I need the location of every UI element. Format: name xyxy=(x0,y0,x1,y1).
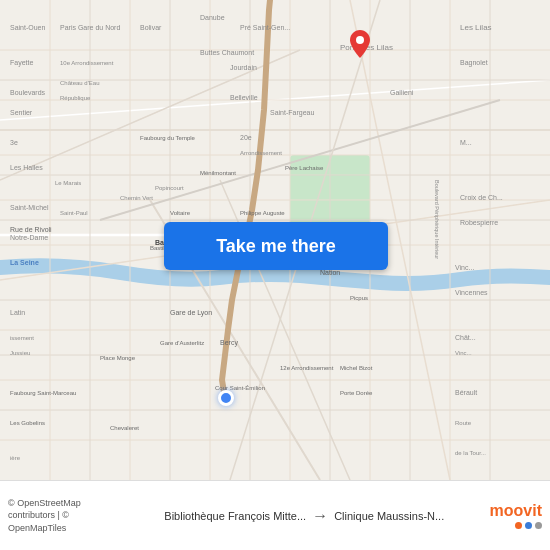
svg-text:Place Monge: Place Monge xyxy=(100,355,136,361)
svg-text:Picpus: Picpus xyxy=(350,295,368,301)
svg-text:Pré Saint-Gen...: Pré Saint-Gen... xyxy=(240,24,290,31)
svg-point-106 xyxy=(356,36,364,44)
svg-text:Danube: Danube xyxy=(200,14,225,21)
svg-text:Chât...: Chât... xyxy=(455,334,476,341)
svg-text:ière: ière xyxy=(10,455,21,461)
svg-text:Route: Route xyxy=(455,420,472,426)
svg-text:Le Marais: Le Marais xyxy=(55,180,81,186)
moovit-dots xyxy=(515,522,542,529)
svg-text:12e Arrondissement: 12e Arrondissement xyxy=(280,365,334,371)
svg-text:Vinc...: Vinc... xyxy=(455,264,474,271)
svg-text:Arrondissement: Arrondissement xyxy=(240,150,282,156)
destination-pin xyxy=(350,30,370,56)
svg-text:Les Lilas: Les Lilas xyxy=(460,23,492,32)
svg-text:Saint-Michel: Saint-Michel xyxy=(10,204,49,211)
svg-text:Paris Gare du Nord: Paris Gare du Nord xyxy=(60,24,120,31)
dot-orange xyxy=(515,522,522,529)
svg-text:Vinc...: Vinc... xyxy=(455,350,472,356)
svg-text:Jussieu: Jussieu xyxy=(10,350,30,356)
svg-text:Philippe Auguste: Philippe Auguste xyxy=(240,210,285,216)
svg-text:Père Lachaise: Père Lachaise xyxy=(285,165,324,171)
svg-text:Saint-Fargeau: Saint-Fargeau xyxy=(270,109,314,117)
svg-text:issement: issement xyxy=(10,335,34,341)
svg-text:Chemin Vert: Chemin Vert xyxy=(120,195,153,201)
svg-text:Vincennes: Vincennes xyxy=(455,289,488,296)
svg-text:de la Tour...: de la Tour... xyxy=(455,450,486,456)
svg-text:Belleville: Belleville xyxy=(230,94,258,101)
svg-text:Les Halles: Les Halles xyxy=(10,164,43,171)
svg-text:Latin: Latin xyxy=(10,309,25,316)
svg-text:Voltaire: Voltaire xyxy=(170,210,191,216)
dot-blue xyxy=(525,522,532,529)
map-attribution: © OpenStreetMap contributors | © OpenMap… xyxy=(8,497,127,535)
svg-text:Popincourt: Popincourt xyxy=(155,185,184,191)
svg-text:République: République xyxy=(60,95,91,101)
svg-text:Notre-Dame: Notre-Dame xyxy=(10,234,48,241)
svg-text:La Seine: La Seine xyxy=(10,259,39,266)
svg-text:Rue de Rivoli: Rue de Rivoli xyxy=(10,226,52,233)
svg-text:M...: M... xyxy=(460,139,472,146)
svg-text:Jourdain: Jourdain xyxy=(230,64,257,71)
svg-text:Ménilmontant: Ménilmontant xyxy=(200,170,236,176)
svg-text:Chevaleret: Chevaleret xyxy=(110,425,139,431)
map-container: Rue de Rivoli Faubourg du Temple Ménilmo… xyxy=(0,0,550,480)
origin-dot xyxy=(218,390,234,406)
route-info: Bibliothèque François Mitte... → Cliniqu… xyxy=(127,507,483,525)
svg-text:Faubourg Saint-Marceau: Faubourg Saint-Marceau xyxy=(10,390,76,396)
svg-text:Buttes Chaumont: Buttes Chaumont xyxy=(200,49,254,56)
svg-text:Bagnolet: Bagnolet xyxy=(460,59,488,67)
svg-text:Croix de Ch...: Croix de Ch... xyxy=(460,194,503,201)
svg-text:Saint-Paul: Saint-Paul xyxy=(60,210,88,216)
svg-text:10e Arrondissement: 10e Arrondissement xyxy=(60,60,114,66)
svg-text:Robespierre: Robespierre xyxy=(460,219,498,227)
svg-text:3e: 3e xyxy=(10,139,18,146)
svg-text:Château d'Eau: Château d'Eau xyxy=(60,80,100,86)
svg-text:Fayette: Fayette xyxy=(10,59,33,67)
moovit-brand: moovit xyxy=(490,502,542,520)
svg-text:Gare de Lyon: Gare de Lyon xyxy=(170,309,212,317)
take-me-there-button[interactable]: Take me there xyxy=(164,222,388,270)
svg-text:Bérault: Bérault xyxy=(455,389,477,396)
route-to-label: Clinique Maussins-N... xyxy=(334,510,444,522)
svg-text:Sentier: Sentier xyxy=(10,109,33,116)
svg-text:Bolivar: Bolivar xyxy=(140,24,162,31)
route-arrow-icon: → xyxy=(312,507,328,525)
moovit-logo: moovit xyxy=(482,502,542,529)
svg-text:Boulevard Périphérique Intérie: Boulevard Périphérique Intérieur xyxy=(434,180,440,259)
svg-text:Nation: Nation xyxy=(320,269,340,276)
dot-gray xyxy=(535,522,542,529)
svg-text:Faubourg du Temple: Faubourg du Temple xyxy=(140,135,196,141)
svg-text:Gallieni: Gallieni xyxy=(390,89,414,96)
svg-text:Bercy: Bercy xyxy=(220,339,238,347)
svg-text:Boulevards: Boulevards xyxy=(10,89,46,96)
svg-text:20e: 20e xyxy=(240,134,252,141)
route-from-label: Bibliothèque François Mitte... xyxy=(164,510,306,522)
svg-text:Saint-Ouen: Saint-Ouen xyxy=(10,24,46,31)
svg-text:Les Gobelins: Les Gobelins xyxy=(10,420,45,426)
bottom-bar: © OpenStreetMap contributors | © OpenMap… xyxy=(0,480,550,550)
svg-text:Gare d'Austerlitz: Gare d'Austerlitz xyxy=(160,340,204,346)
svg-text:Porte Dorée: Porte Dorée xyxy=(340,390,373,396)
svg-text:Michel Bizot: Michel Bizot xyxy=(340,365,373,371)
